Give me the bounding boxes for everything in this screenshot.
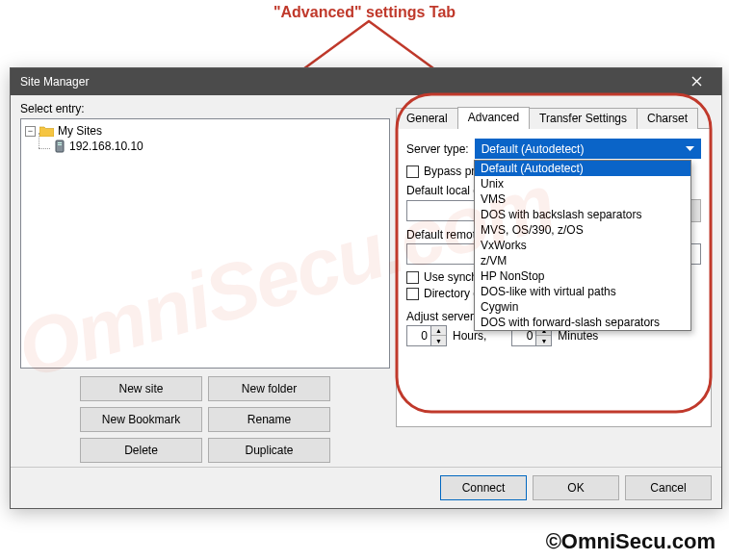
dialog-footer: Connect OK Cancel xyxy=(11,467,721,508)
server-type-option[interactable]: VMS xyxy=(475,191,690,207)
server-type-option[interactable]: MVS, OS/390, z/OS xyxy=(475,222,690,238)
select-entry-label: Select entry: xyxy=(20,102,390,115)
tree-root-row[interactable]: − My Sites xyxy=(25,123,385,139)
advanced-panel: Server type: Default (Autodetect) Defaul… xyxy=(396,129,712,427)
bypass-proxy-checkbox[interactable] xyxy=(406,165,419,178)
connect-button[interactable]: Connect xyxy=(440,475,527,500)
new-site-button[interactable]: New site xyxy=(80,376,202,401)
tab-strip: General Advanced Transfer Settings Chars… xyxy=(396,106,712,129)
server-type-option[interactable]: z/VM xyxy=(475,253,690,268)
server-type-label: Server type: xyxy=(406,142,469,156)
new-folder-button[interactable]: New folder xyxy=(208,376,330,401)
site-manager-dialog: Site Manager Select entry: − My Sites xyxy=(10,67,722,509)
svg-rect-1 xyxy=(56,140,64,152)
new-bookmark-button[interactable]: New Bookmark xyxy=(80,407,202,432)
server-type-option[interactable]: VxWorks xyxy=(475,238,690,253)
server-type-option[interactable]: Default (Autodetect) xyxy=(475,161,690,176)
server-type-option[interactable]: DOS-like with virtual paths xyxy=(475,284,690,299)
chevron-down-icon xyxy=(683,142,696,156)
sync-browsing-checkbox[interactable] xyxy=(406,271,419,284)
tree-child-label: 192.168.10.10 xyxy=(69,140,143,153)
collapse-icon[interactable]: − xyxy=(25,126,36,137)
hours-label: Hours, xyxy=(453,329,486,343)
cancel-button[interactable]: Cancel xyxy=(625,475,712,500)
site-tree[interactable]: − My Sites 192.168.10.10 xyxy=(20,118,390,369)
hours-spinner[interactable]: ▲▼ xyxy=(406,325,447,346)
rename-button[interactable]: Rename xyxy=(208,407,330,432)
hours-input[interactable] xyxy=(406,325,431,346)
window-title: Site Manager xyxy=(20,75,677,89)
server-type-option[interactable]: Unix xyxy=(475,176,690,191)
server-icon xyxy=(54,140,65,153)
ok-button[interactable]: OK xyxy=(533,475,619,500)
hours-spin-buttons[interactable]: ▲▼ xyxy=(431,325,447,346)
close-icon xyxy=(691,74,702,89)
delete-button[interactable]: Delete xyxy=(80,438,202,463)
dir-compare-checkbox[interactable] xyxy=(406,288,419,300)
server-type-option[interactable]: DOS with backslash separators xyxy=(475,207,690,222)
svg-rect-2 xyxy=(58,142,62,143)
server-type-value: Default (Autodetect) xyxy=(482,142,585,156)
tab-transfer-settings[interactable]: Transfer Settings xyxy=(529,108,638,129)
minutes-label: Minutes xyxy=(558,329,598,343)
server-type-option[interactable]: HP NonStop xyxy=(475,268,690,284)
tab-charset[interactable]: Charset xyxy=(637,108,698,129)
tab-advanced[interactable]: Advanced xyxy=(457,107,530,129)
tree-root-label: My Sites xyxy=(58,124,102,138)
duplicate-button[interactable]: Duplicate xyxy=(208,438,330,463)
server-type-combo[interactable]: Default (Autodetect) xyxy=(475,139,701,159)
folder-icon xyxy=(39,125,54,137)
tab-general[interactable]: General xyxy=(396,108,458,129)
copyright: ©OmniSecu.com xyxy=(546,529,716,554)
svg-rect-3 xyxy=(58,144,62,145)
server-type-option[interactable]: Cygwin xyxy=(475,299,690,315)
titlebar: Site Manager xyxy=(11,68,721,95)
server-type-option[interactable]: DOS with forward-slash separators xyxy=(475,315,690,330)
server-type-dropdown[interactable]: Default (Autodetect)UnixVMSDOS with back… xyxy=(474,160,691,331)
annotation-caption: "Advanced" settings Tab xyxy=(0,4,729,21)
tree-child-row[interactable]: 192.168.10.10 xyxy=(25,139,385,154)
close-button[interactable] xyxy=(677,68,716,95)
